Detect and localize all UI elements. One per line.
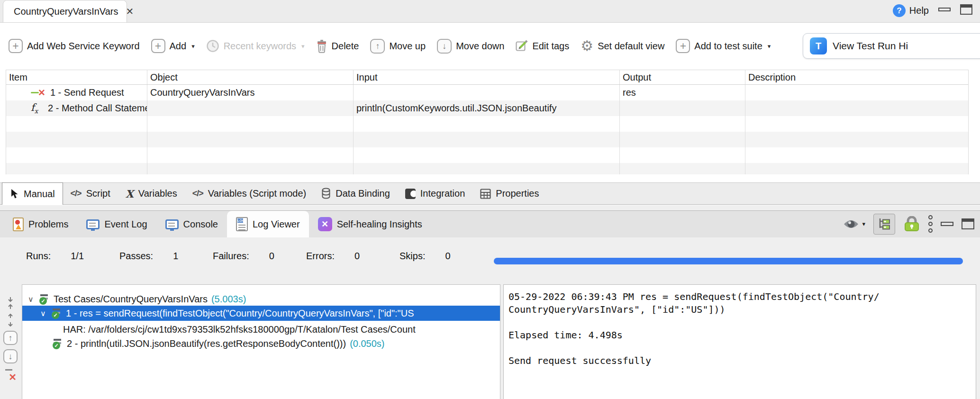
step-object-cell[interactable] (147, 100, 354, 116)
send-request-icon: ✕ (31, 88, 45, 97)
maximize-icon[interactable] (960, 4, 972, 15)
show-options-button[interactable]: ▾ (843, 219, 865, 229)
tab-self-healing-insights[interactable]: ✕ Self-healing Insights (309, 211, 431, 237)
tab-console-label: Console (183, 219, 218, 230)
tab-variables[interactable]: X Variables (118, 183, 185, 204)
set-default-view-button[interactable]: ⚙ Set default view (581, 39, 664, 53)
maximize-panel-icon[interactable] (962, 218, 974, 229)
tab-variables-script-mode[interactable]: </> Variables (Script mode) (185, 183, 314, 204)
tab-problems[interactable]: Problems (4, 211, 77, 237)
tab-integration[interactable]: Integration (398, 183, 473, 204)
step-input-cell[interactable] (354, 85, 620, 100)
tab-variables-label: Variables (138, 188, 177, 199)
gear-icon: ⚙ (581, 39, 593, 53)
clear-log-icon[interactable]: ✕ (4, 368, 17, 380)
tab-script[interactable]: </> Script (63, 183, 118, 204)
add-label: Add (170, 41, 187, 52)
duration-badge: (0.050s) (350, 338, 384, 349)
add-to-test-suite-button[interactable]: + Add to test suite ▾ (676, 39, 771, 53)
column-header-output[interactable]: Output (620, 70, 745, 84)
expand-all-icon[interactable] (6, 314, 15, 326)
runs-value: 1/1 (71, 251, 84, 262)
step-description-cell[interactable] (745, 100, 968, 116)
chevron-down-icon: ▾ (768, 43, 771, 50)
code-icon: </> (192, 189, 203, 199)
log-detail-panel[interactable]: 05-29-2022 06:39:43 PM res = sendRequest… (503, 284, 976, 399)
tab-data-binding[interactable]: Data Binding (314, 183, 398, 204)
tab-variables-script-mode-label: Variables (Script mode) (208, 188, 306, 199)
tab-log-viewer-label: Log Viewer (253, 219, 300, 230)
editor-tab-bar: CountryQueryVarsInVars ✕ ? Help (0, 0, 980, 23)
recent-keywords-button[interactable]: Recent keywords ▾ (206, 39, 305, 53)
tab-log-viewer[interactable]: LOG Log Viewer (227, 211, 309, 237)
add-button[interactable]: + Add ▾ (151, 39, 195, 53)
arrow-down-icon: ↓ (437, 39, 452, 54)
tab-console[interactable]: Console (156, 211, 227, 237)
set-default-view-label: Set default view (598, 41, 664, 52)
delete-button[interactable]: Delete (316, 39, 359, 53)
tree-node-root[interactable]: ∨ ✓ Test Cases/CountryQueryVarsInVars (5… (22, 292, 500, 306)
table-row-empty (6, 132, 968, 147)
move-up-button[interactable]: ↑ Move up (370, 39, 426, 54)
chevron-down-icon[interactable]: ∨ (40, 309, 52, 318)
variable-x-icon: X (126, 188, 134, 200)
tab-manual[interactable]: Manual (2, 182, 63, 205)
run-summary: Runs:1/1 Passes:1 Failures:0 Errors:0 Sk… (26, 251, 493, 262)
view-test-run-button[interactable]: T View Test Run Hi (803, 33, 980, 59)
tree-node-step2[interactable]: ✓ 2 - println(util.JSON.jsonBeautify(res… (22, 337, 500, 350)
log-viewer-icon: LOG (236, 217, 248, 231)
test-passed-icon: ✓ (53, 338, 63, 349)
move-down-label: Move down (456, 41, 504, 52)
tab-close-icon[interactable]: ✕ (126, 6, 134, 17)
step-description-cell[interactable] (745, 85, 968, 100)
step-item-label: 1 - Send Request (50, 87, 124, 98)
column-header-description[interactable]: Description (745, 70, 968, 84)
lock-icon[interactable] (903, 216, 920, 232)
step-item-label: 2 - Method Call Statement (48, 103, 147, 114)
column-header-item[interactable]: Item (6, 70, 147, 84)
column-header-input[interactable]: Input (354, 70, 620, 84)
move-down-button[interactable]: ↓ Move down (437, 39, 504, 54)
add-web-service-keyword-button[interactable]: + Add Web Service Keyword (9, 39, 140, 53)
test-steps-table: Item Object Input Output Description ✕ 1… (6, 70, 969, 174)
scroll-up-button[interactable]: ↑ (3, 331, 18, 345)
tab-test-case[interactable]: CountryQueryVarsInVars ✕ (3, 0, 127, 22)
add-web-service-keyword-label: Add Web Service Keyword (27, 41, 140, 52)
table-row[interactable]: fx 2 - Method Call Statement println(Cus… (6, 100, 968, 116)
tree-node-har[interactable]: HAR: /var/folders/cj/cw1td9xs79353lk52hf… (22, 323, 500, 336)
tree-node-label: 1 - res = sendRequest(findTestObject("Co… (66, 308, 414, 319)
column-header-object[interactable]: Object (147, 70, 354, 84)
tab-integration-label: Integration (420, 188, 465, 199)
help-button[interactable]: ? Help (893, 4, 929, 17)
tab-properties-label: Properties (496, 188, 539, 199)
tree-view-toggle-button[interactable] (873, 214, 895, 235)
bottom-panel-tabs: Problems Event Log Console LOG Log Viewe… (0, 210, 980, 237)
chevron-down-icon[interactable]: ∨ (28, 295, 39, 304)
minimize-panel-icon[interactable] (941, 222, 953, 226)
trash-icon (316, 39, 327, 53)
testops-icon: T (810, 37, 827, 54)
tab-problems-label: Problems (28, 219, 68, 230)
collapse-all-icon[interactable] (6, 297, 15, 309)
minimize-icon[interactable] (938, 8, 951, 11)
step-output-cell[interactable] (620, 100, 745, 116)
step-output-cell[interactable]: res (620, 85, 745, 100)
errors-value: 0 (354, 251, 360, 262)
log-tree-rail: ↑ ↓ ✕ (0, 284, 21, 399)
failures-label: Failures: (213, 251, 249, 262)
tree-node-step1-selected[interactable]: ∨ ✓ 1 - res = sendRequest(findTestObject… (22, 306, 500, 321)
step-input-cell[interactable]: println(CustomKeywords.util.JSON.jsonBea… (354, 100, 620, 116)
table-row[interactable]: ✕ 1 - Send Request CountryQueryVarsInVar… (6, 85, 968, 100)
tab-properties[interactable]: Properties (472, 183, 546, 204)
tab-event-log[interactable]: Event Log (77, 211, 156, 237)
code-icon: </> (71, 189, 82, 199)
tab-manual-label: Manual (24, 189, 55, 200)
duration-badge: (5.003s) (211, 294, 246, 305)
edit-tags-button[interactable]: Edit tags (516, 40, 569, 52)
clock-icon (206, 39, 219, 53)
step-object-cell[interactable]: CountryQueryVarsInVars (147, 85, 354, 100)
skips-label: Skips: (399, 251, 425, 262)
scroll-down-button[interactable]: ↓ (3, 349, 18, 363)
kebab-menu-icon[interactable] (928, 215, 933, 233)
table-row-empty (6, 163, 968, 174)
